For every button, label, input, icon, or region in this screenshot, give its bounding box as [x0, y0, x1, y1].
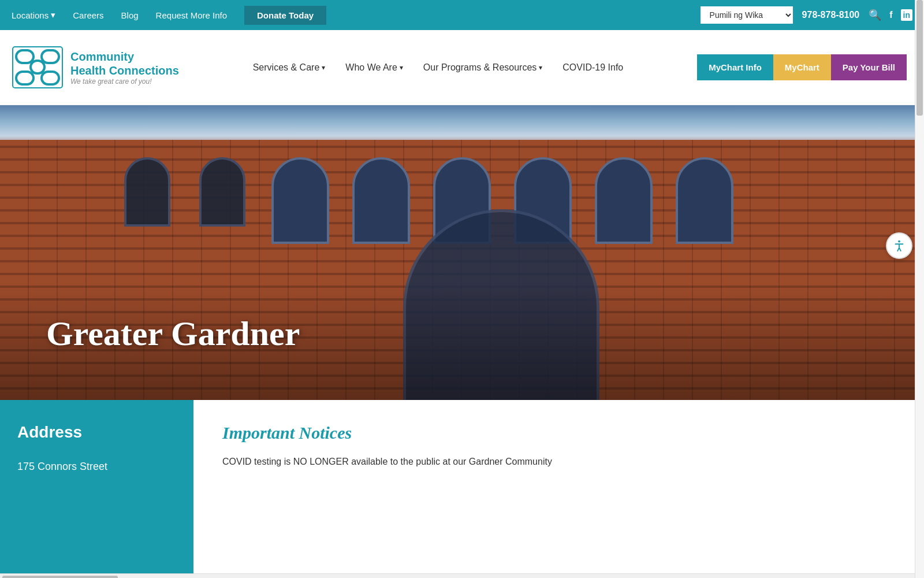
accessibility-button[interactable]: [886, 232, 912, 259]
hero-title: Greater Gardner: [46, 314, 300, 354]
notices-text: COVID testing is NO LONGER available to …: [222, 454, 895, 469]
chevron-down-icon: ▾: [51, 10, 55, 20]
facebook-icon[interactable]: f: [889, 10, 892, 20]
logo-icon: [12, 46, 64, 89]
phone-number: 978-878-8100: [802, 10, 860, 20]
brand-name: CommunityHealth Connections: [70, 50, 179, 77]
hero-section: Greater Gardner: [0, 105, 924, 400]
language-select[interactable]: Pumili ng Wika: [701, 6, 793, 24]
nav-services-care[interactable]: Services & Care: [253, 62, 326, 73]
nav-programs-resources[interactable]: Our Programs & Resources: [423, 62, 543, 73]
svg-rect-4: [46, 54, 55, 60]
mychart-info-button[interactable]: MyChart Info: [697, 54, 773, 80]
donate-button[interactable]: Donate Today: [244, 6, 326, 25]
header: CommunityHealth Connections We take grea…: [0, 30, 924, 105]
search-icon[interactable]: 🔍: [869, 9, 881, 21]
bottom-scroll-thumb: [2, 576, 118, 579]
nav-who-we-are[interactable]: Who We Are: [345, 62, 403, 73]
bottom-section: Address 175 Connors Street Important Not…: [0, 400, 924, 573]
nav-careers[interactable]: Careers: [73, 10, 103, 20]
linkedin-icon[interactable]: in: [901, 9, 912, 21]
svg-point-11: [898, 240, 900, 243]
top-bar-right: Pumili ng Wika 978-878-8100 🔍 f in: [701, 6, 912, 24]
logo-text: CommunityHealth Connections We take grea…: [70, 50, 179, 86]
nav-request-info[interactable]: Request More Info: [156, 10, 227, 20]
street-address: 175 Connors Street: [17, 459, 176, 475]
top-bar: Locations ▾ Careers Blog Request More In…: [0, 0, 924, 30]
svg-rect-2: [20, 54, 29, 60]
page-scrollbar-thumb: [916, 0, 923, 116]
bottom-scrollbar[interactable]: [0, 573, 924, 578]
page-scrollbar[interactable]: [915, 0, 924, 578]
address-heading: Address: [17, 423, 176, 442]
content-panel: Important Notices COVID testing is NO LO…: [193, 400, 924, 573]
top-bar-icons: 🔍 f in: [869, 9, 912, 21]
logo-area: CommunityHealth Connections We take grea…: [12, 46, 179, 89]
tagline: We take great care of you!: [70, 77, 179, 86]
mychart-button[interactable]: MyChart: [773, 54, 831, 80]
main-nav: Services & Care Who We Are Our Programs …: [253, 62, 624, 73]
svg-rect-6: [20, 75, 29, 81]
nav-locations[interactable]: Locations ▾: [12, 10, 55, 20]
address-panel: Address 175 Connors Street: [0, 400, 193, 573]
nav-blog[interactable]: Blog: [121, 10, 139, 20]
header-buttons: MyChart Info MyChart Pay Your Bill: [697, 54, 907, 80]
top-bar-nav: Locations ▾ Careers Blog Request More In…: [12, 6, 326, 25]
nav-covid-info[interactable]: COVID-19 Info: [562, 62, 623, 73]
svg-rect-10: [35, 64, 40, 70]
pay-bill-button[interactable]: Pay Your Bill: [831, 54, 907, 80]
svg-rect-8: [46, 75, 55, 81]
notices-heading: Important Notices: [222, 423, 895, 443]
